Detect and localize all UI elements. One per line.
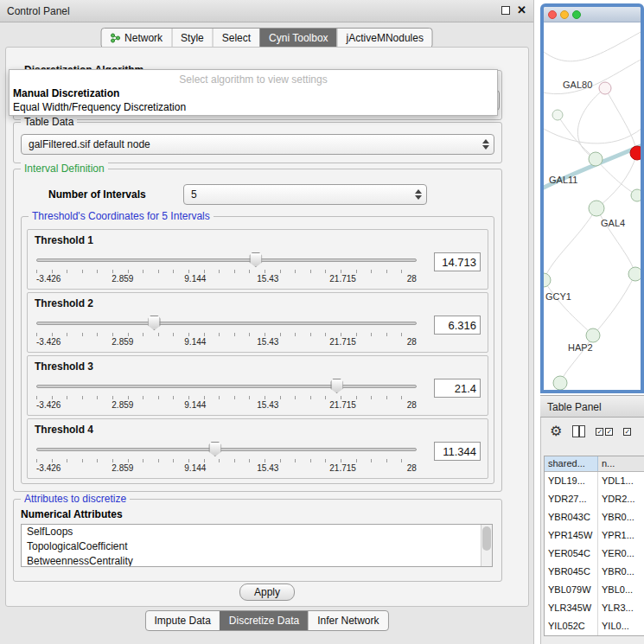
threshold-label: Threshold 2: [35, 297, 93, 309]
float-window-icon[interactable]: [501, 6, 510, 15]
node-gal80[interactable]: [599, 82, 611, 94]
tab-jactivemnodules[interactable]: jActiveMNodules: [337, 29, 432, 48]
slider-track[interactable]: [36, 448, 417, 451]
threshold-value-field[interactable]: 21.4: [434, 379, 481, 398]
cell[interactable]: YLR3...: [598, 599, 644, 617]
tab-network[interactable]: Network: [101, 29, 171, 48]
table-row[interactable]: YPR145W YPR1...: [545, 526, 644, 545]
list-scrollbar[interactable]: [481, 525, 492, 566]
tab-label: Cyni Toolbox: [269, 32, 328, 44]
cell[interactable]: YDL1...: [598, 472, 644, 490]
column-header-shared-name[interactable]: shared...: [545, 456, 598, 471]
dropdown-option-manual[interactable]: Manual Discretization: [13, 87, 119, 99]
cell[interactable]: YLR345W: [545, 599, 598, 617]
cell[interactable]: YDR27...: [545, 490, 598, 508]
cell[interactable]: YBL079W: [545, 581, 598, 599]
cell[interactable]: YBR045C: [545, 563, 598, 581]
list-item[interactable]: SelfLoops: [22, 525, 492, 539]
threshold-slider[interactable]: -3.426 2.859 9.144 15.43 21.715 28: [36, 440, 417, 476]
table-data-select[interactable]: galFiltered.sif default node: [21, 134, 494, 155]
zoom-traffic-light-icon[interactable]: [572, 10, 581, 19]
node-gcy1[interactable]: [544, 273, 551, 287]
list-item[interactable]: TopologicalCoefficient: [22, 539, 492, 554]
tab-discretize-data[interactable]: Discretize Data: [220, 611, 308, 630]
select-all-checkboxes-icon[interactable]: ✓ ✓: [596, 428, 613, 436]
tab-label: Select: [222, 32, 251, 44]
slider-track[interactable]: [36, 385, 417, 388]
cell[interactable]: YBR0...: [598, 508, 644, 526]
network-view-window[interactable]: GAL80 GAL11 GAL4 GCY1 HAP2: [540, 3, 644, 393]
node-gal11[interactable]: [589, 152, 603, 166]
threshold-slider[interactable]: -3.426 2.859 9.144 15.43 21.715 28: [36, 251, 417, 287]
table-row[interactable]: YBR043C YBR0...: [545, 508, 644, 526]
node-gal4[interactable]: [589, 201, 604, 216]
cell[interactable]: YPR145W: [545, 526, 598, 545]
node[interactable]: [552, 110, 563, 120]
slider-track[interactable]: [36, 322, 417, 325]
network-canvas[interactable]: GAL80 GAL11 GAL4 GCY1 HAP2: [544, 22, 641, 393]
cell[interactable]: YER0...: [598, 545, 644, 563]
cell[interactable]: YBR043C: [545, 508, 598, 526]
node[interactable]: [628, 267, 641, 281]
scale-label: 2.859: [112, 337, 133, 347]
attributes-list[interactable]: SelfLoops TopologicalCoefficient Between…: [21, 524, 493, 567]
node-selected-red[interactable]: [630, 146, 641, 160]
threshold-slider[interactable]: -3.426 2.859 9.144 15.43 21.715 28: [36, 377, 417, 413]
tab-impute-data[interactable]: Impute Data: [145, 611, 219, 630]
scrollbar-thumb[interactable]: [482, 526, 491, 551]
threshold-value-field[interactable]: 14.713: [434, 252, 481, 271]
node[interactable]: [553, 376, 567, 390]
tab-select[interactable]: Select: [213, 29, 259, 48]
cell[interactable]: YDR2...: [598, 490, 644, 508]
slider-track[interactable]: [36, 258, 417, 262]
table-panel-header[interactable]: Table Panel: [540, 395, 644, 418]
threshold-label: Threshold 1: [35, 234, 93, 246]
slider-thumb[interactable]: [208, 442, 221, 456]
cell[interactable]: YBL0...: [598, 581, 644, 599]
cell[interactable]: YIL052C: [545, 617, 598, 635]
table-row[interactable]: YLR345W YLR3...: [545, 599, 644, 617]
cell[interactable]: YIL0...: [598, 617, 644, 635]
close-traffic-light-icon[interactable]: [548, 10, 557, 19]
tab-cyni-toolbox[interactable]: Cyni Toolbox: [259, 29, 336, 48]
node-label: GAL80: [563, 80, 592, 90]
slider-thumb[interactable]: [330, 379, 343, 393]
gear-icon[interactable]: ⚙: [550, 424, 562, 438]
tab-label: Network: [124, 32, 163, 44]
table-row[interactable]: YBR045C YBR0...: [545, 563, 644, 581]
table-data-value: galFiltered.sif default node: [29, 138, 150, 150]
cell[interactable]: YPR1...: [598, 526, 644, 545]
dropdown-option-equal-width[interactable]: Equal Width/Frequency Discretization: [13, 101, 186, 113]
list-item[interactable]: BetweennessCentrality: [22, 554, 492, 567]
cell[interactable]: YBR0...: [598, 563, 644, 581]
tab-infer-network[interactable]: Infer Network: [308, 611, 387, 630]
threshold-slider[interactable]: -3.426 2.859 9.144 15.43 21.715 28: [36, 314, 417, 350]
slider-thumb[interactable]: [148, 316, 161, 330]
threshold-value-field[interactable]: 11.344: [434, 442, 481, 461]
apply-button[interactable]: Apply: [239, 583, 295, 601]
num-intervals-select[interactable]: 5: [183, 184, 427, 205]
group-label: Threshold's Coordinates for 5 Intervals: [29, 210, 214, 222]
table-row[interactable]: YDL19... YDL1...: [545, 472, 644, 490]
control-panel-titlebar[interactable]: Control Panel ✕: [0, 0, 533, 22]
select-some-checkboxes-icon[interactable]: ✓: [623, 428, 631, 436]
minimize-traffic-light-icon[interactable]: [560, 10, 569, 19]
attributes-group: Attributes to discretize Numerical Attri…: [13, 499, 502, 582]
network-window-titlebar[interactable]: [544, 7, 641, 22]
tab-label: Style: [181, 32, 204, 44]
cell[interactable]: YDL19...: [545, 472, 598, 490]
table-row[interactable]: YIL052C YIL0...: [545, 617, 644, 635]
tab-style[interactable]: Style: [171, 29, 213, 48]
table-row[interactable]: YBL079W YBL0...: [545, 581, 644, 599]
column-header-name[interactable]: n...: [598, 456, 644, 471]
table-row[interactable]: YER054C YER0...: [545, 545, 644, 563]
node[interactable]: [631, 189, 641, 201]
close-icon[interactable]: ✕: [517, 5, 526, 16]
slider-thumb[interactable]: [249, 252, 262, 267]
scale-label: 21.715: [329, 463, 356, 473]
columns-icon[interactable]: [572, 425, 585, 437]
node-hap2[interactable]: [586, 328, 600, 342]
cell[interactable]: YER054C: [545, 545, 598, 563]
table-row[interactable]: YDR27... YDR2...: [545, 490, 644, 508]
threshold-value-field[interactable]: 6.316: [434, 316, 481, 335]
